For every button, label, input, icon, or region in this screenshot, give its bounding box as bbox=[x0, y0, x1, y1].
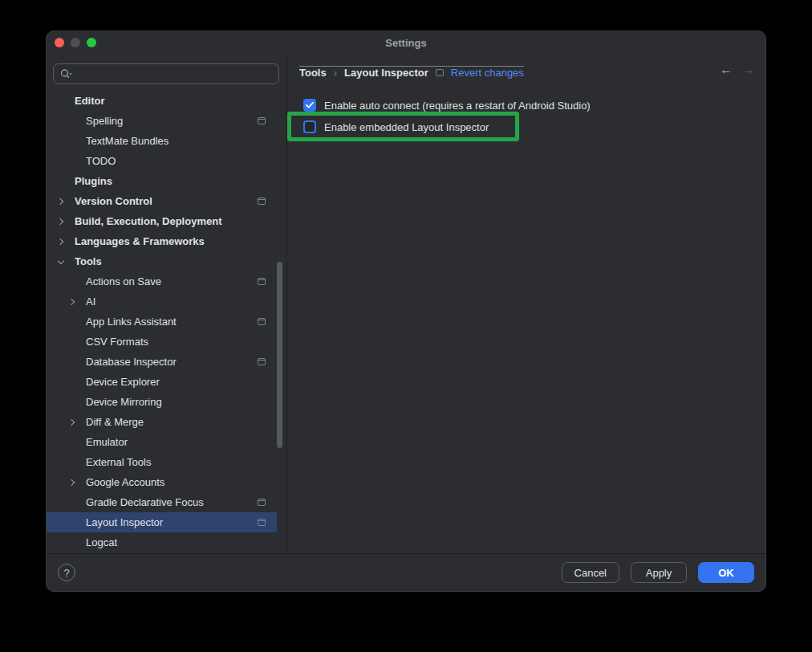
sidebar-item-google-accounts[interactable]: Google Accounts bbox=[47, 472, 286, 492]
embedded-inspector-checkbox[interactable] bbox=[303, 120, 316, 133]
chevron-right-icon[interactable] bbox=[57, 218, 65, 226]
settings-main-panel: Tools › Layout Inspector Revert changes … bbox=[287, 54, 765, 553]
settings-window-icon bbox=[258, 358, 266, 365]
cancel-button[interactable]: Cancel bbox=[562, 562, 619, 583]
settings-window-icon bbox=[436, 69, 444, 76]
auto-connect-row: Enable auto connect (requires a restart … bbox=[303, 99, 591, 112]
settings-window: Settings Editor Spelling TextMate Bundle… bbox=[46, 31, 766, 592]
minimize-window-icon[interactable] bbox=[71, 38, 80, 47]
settings-window-icon bbox=[258, 117, 266, 124]
traffic-lights bbox=[55, 38, 96, 47]
settings-window-icon bbox=[258, 198, 266, 205]
chevron-right-icon[interactable] bbox=[68, 418, 76, 426]
ok-button[interactable]: OK bbox=[698, 562, 754, 583]
chevron-right-icon[interactable] bbox=[57, 238, 65, 246]
settings-window-icon bbox=[258, 519, 266, 526]
checkmark-icon bbox=[306, 102, 314, 108]
sidebar-item-tools[interactable]: Tools bbox=[47, 251, 286, 271]
settings-sidebar: Editor Spelling TextMate Bundles TODO Pl… bbox=[47, 54, 286, 553]
settings-window-icon bbox=[258, 318, 266, 325]
sidebar-item-gradle-declarative-focus[interactable]: Gradle Declarative Focus bbox=[47, 492, 286, 512]
question-mark-icon: ? bbox=[63, 567, 69, 579]
sidebar-item-layout-inspector[interactable]: Layout Inspector bbox=[47, 512, 277, 532]
embedded-inspector-row: Enable embedded Layout Inspector bbox=[303, 120, 489, 133]
sidebar-item-device-mirroring[interactable]: Device Mirroring bbox=[47, 392, 286, 412]
sidebar-item-logcat[interactable]: Logcat bbox=[47, 532, 286, 552]
sidebar-item-device-explorer[interactable]: Device Explorer bbox=[47, 372, 286, 392]
close-window-icon[interactable] bbox=[55, 38, 64, 47]
sidebar-item-diff-merge[interactable]: Diff & Merge bbox=[47, 412, 286, 432]
settings-window-icon bbox=[258, 278, 266, 285]
sidebar-item-plugins[interactable]: Plugins bbox=[47, 171, 286, 191]
window-title: Settings bbox=[385, 37, 426, 49]
settings-window-icon bbox=[258, 499, 266, 506]
chevron-down-icon[interactable] bbox=[57, 258, 65, 266]
sidebar-item-build-execution-deployment[interactable]: Build, Execution, Deployment bbox=[47, 211, 286, 231]
auto-connect-checkbox[interactable] bbox=[303, 99, 316, 112]
breadcrumb-separator: › bbox=[334, 67, 337, 79]
breadcrumb-tools[interactable]: Tools bbox=[299, 67, 327, 79]
sidebar-item-editor[interactable]: Editor bbox=[47, 91, 286, 111]
settings-search-input[interactable] bbox=[77, 64, 278, 84]
search-icon[interactable] bbox=[59, 68, 73, 80]
zoom-window-icon[interactable] bbox=[87, 38, 96, 47]
dialog-footer: ? Cancel Apply OK bbox=[47, 553, 765, 591]
breadcrumb: Tools › Layout Inspector Revert changes bbox=[299, 64, 524, 80]
chevron-right-icon[interactable] bbox=[68, 479, 76, 487]
sidebar-item-actions-on-save[interactable]: Actions on Save bbox=[47, 271, 286, 291]
sidebar-item-languages-frameworks[interactable]: Languages & Frameworks bbox=[47, 231, 286, 251]
chevron-right-icon[interactable] bbox=[68, 298, 76, 306]
embedded-inspector-label: Enable embedded Layout Inspector bbox=[324, 121, 489, 133]
back-arrow-icon[interactable]: ← bbox=[720, 62, 733, 78]
sidebar-item-ai[interactable]: AI bbox=[47, 291, 286, 312]
sidebar-item-textmate-bundles[interactable]: TextMate Bundles bbox=[47, 131, 286, 151]
forward-arrow-icon[interactable]: → bbox=[742, 62, 755, 78]
auto-connect-label: Enable auto connect (requires a restart … bbox=[324, 100, 591, 112]
caret-down-icon bbox=[69, 73, 72, 75]
sidebar-item-database-inspector[interactable]: Database Inspector bbox=[47, 352, 286, 372]
search-box[interactable] bbox=[53, 63, 279, 84]
sidebar-item-external-tools[interactable]: External Tools bbox=[47, 452, 286, 472]
breadcrumb-current: Layout Inspector bbox=[344, 67, 428, 79]
revert-changes-link[interactable]: Revert changes bbox=[451, 67, 524, 79]
sidebar-item-version-control[interactable]: Version Control bbox=[47, 191, 286, 211]
sidebar-item-todo[interactable]: TODO bbox=[47, 151, 286, 171]
help-button[interactable]: ? bbox=[58, 564, 75, 581]
settings-tree: Editor Spelling TextMate Bundles TODO Pl… bbox=[47, 91, 286, 552]
sidebar-item-spelling[interactable]: Spelling bbox=[47, 111, 286, 131]
sidebar-item-csv-formats[interactable]: CSV Formats bbox=[47, 332, 286, 352]
sidebar-item-app-links-assistant[interactable]: App Links Assistant bbox=[47, 312, 286, 332]
footer-buttons: Cancel Apply OK bbox=[562, 562, 754, 583]
chevron-right-icon[interactable] bbox=[57, 198, 65, 206]
apply-button[interactable]: Apply bbox=[631, 562, 687, 583]
sidebar-item-emulator[interactable]: Emulator bbox=[47, 432, 286, 452]
history-nav: ← → bbox=[720, 62, 755, 78]
window-titlebar[interactable]: Settings bbox=[47, 31, 765, 54]
sidebar-scrollbar[interactable] bbox=[277, 262, 282, 448]
